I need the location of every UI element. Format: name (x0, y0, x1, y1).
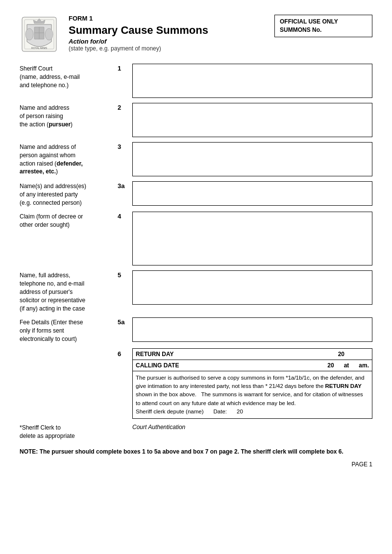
field-5-label: Name, full address,telephone no, and e-m… (20, 270, 118, 313)
page-number: PAGE 1 (20, 461, 372, 468)
field-row-5: Name, full address,telephone no, and e-m… (20, 270, 372, 313)
field-3-number: 3 (118, 142, 132, 150)
field-4-label: Claim (form of decree orother order soug… (20, 212, 118, 229)
calling-date-label: CALLING DATE (136, 362, 327, 369)
field-row-2: Name and addressof person raisingthe act… (20, 103, 372, 137)
form-subtitle2: (state type, e.g. payment of money) (69, 45, 208, 52)
form-subtitle: Action for/of (69, 38, 208, 45)
date-value: 20 (237, 408, 243, 416)
field-1-input[interactable] (132, 64, 372, 98)
official-use-line1: OFFICIAL USE ONLY (280, 18, 338, 25)
field-row-4: Claim (form of decree orother order soug… (20, 212, 372, 265)
field-5a-number: 5a (118, 317, 132, 326)
calling-date-at: at (344, 362, 349, 369)
field-row-1: Sheriff Court(name, address, e-mailand t… (20, 64, 372, 98)
calling-date-am: am. (359, 362, 369, 369)
field-3-input[interactable] (132, 142, 372, 176)
field-5-input[interactable] (132, 270, 372, 305)
section-6-box: RETURN DAY 20 CALLING DATE 20 at am. The… (132, 348, 372, 419)
section-6-container: 6 RETURN DAY 20 CALLING DATE 20 at am. T… (20, 348, 372, 419)
form-fields: Sheriff Court(name, address, e-mailand t… (20, 64, 372, 343)
form-label: FORM 1 (69, 15, 208, 22)
field-2-input[interactable] (132, 103, 372, 137)
court-auth-area: Court Authentication (132, 424, 372, 440)
sheriff-clerk-row: Sheriff clerk depute (name) Date: 20 (136, 408, 369, 416)
section-6-body-text: The pursuer is authorised to serve a cop… (136, 374, 369, 408)
field-5-number: 5 (118, 270, 132, 279)
return-day-row: RETURN DAY 20 (133, 349, 372, 360)
field-3a-number: 3a (118, 181, 132, 190)
field-row-3a: Name(s) and address(es)of any interested… (20, 181, 372, 207)
svg-point-3 (25, 28, 33, 40)
section-6-body: The pursuer is authorised to serve a cop… (133, 371, 372, 418)
field-4-number: 4 (118, 212, 132, 220)
field-5a-label: Fee Details (Enter theseonly if forms se… (20, 317, 118, 343)
field-row-3: Name and address ofperson against whomac… (20, 142, 372, 176)
field-5a-input[interactable] (132, 317, 372, 342)
field-1-label: Sheriff Court(name, address, e-mailand t… (20, 64, 118, 89)
form-title: Summary Cause Summons (69, 24, 208, 37)
svg-text:ROYAL ARMS: ROYAL ARMS (31, 47, 48, 49)
return-day-label: RETURN DAY (136, 351, 338, 358)
sheriff-clerk-label: Sheriff clerk depute (name) (136, 408, 204, 416)
section-6-footnote-row: *Sheriff Clerk todelete as appropriate C… (20, 424, 372, 440)
official-use-box: OFFICIAL USE ONLY SUMMONS No. (274, 15, 372, 37)
note-text-strong: NOTE: The pursuer should complete boxes … (20, 448, 343, 455)
section-6-spacer (118, 424, 132, 440)
sheriff-note-area: *Sheriff Clerk todelete as appropriate (20, 424, 118, 440)
court-auth-label: Court Authentication (132, 424, 372, 431)
calling-date-row: CALLING DATE 20 at am. (133, 360, 372, 371)
section-6-left-labels (20, 348, 118, 350)
field-3a-label: Name(s) and address(es)of any interested… (20, 181, 118, 207)
calling-date-value: 20 (327, 362, 334, 369)
note-text: NOTE: The pursuer should complete boxes … (20, 447, 372, 456)
official-use-line2: SUMMONS No. (280, 26, 321, 33)
sheriff-clerk-note: *Sheriff Clerk todelete as appropriate (20, 424, 118, 440)
date-label: Date: (214, 408, 227, 416)
svg-point-4 (45, 28, 53, 40)
field-2-number: 2 (118, 103, 132, 111)
field-1-number: 1 (118, 64, 132, 72)
coat-of-arms: ROYAL ARMS (20, 15, 59, 54)
field-3-label: Name and address ofperson against whomac… (20, 142, 118, 176)
field-3a-input[interactable] (132, 181, 372, 206)
note-section: NOTE: The pursuer should complete boxes … (20, 447, 372, 456)
field-2-label: Name and addressof person raisingthe act… (20, 103, 118, 128)
field-row-5a: Fee Details (Enter theseonly if forms se… (20, 317, 372, 343)
section-6-number: 6 (118, 348, 132, 358)
return-day-value: 20 (338, 351, 344, 358)
field-4-input[interactable] (132, 212, 372, 265)
